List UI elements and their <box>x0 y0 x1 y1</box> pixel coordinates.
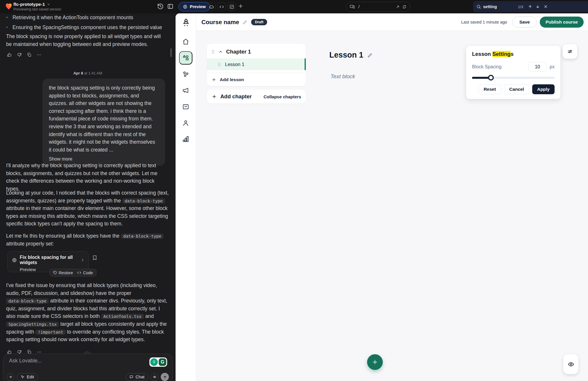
find-previous-button[interactable] <box>528 4 532 9</box>
toggle-panel-button[interactable] <box>167 3 174 10</box>
find-next-button[interactable] <box>535 4 540 9</box>
message-timestamp: Apr 8 at 1:41 AM <box>0 71 176 75</box>
lesson-settings-panel: Lesson Settings Block Spacing px Reset C… <box>466 46 560 99</box>
settings-buttons-row: Reset Cancel Apply <box>472 84 555 94</box>
lesson-title: Lesson 1 <box>329 51 363 60</box>
chat-mode-button[interactable]: Chat <box>126 373 148 381</box>
inline-code: data-block-type <box>121 234 164 239</box>
app-sidebar-nav <box>176 13 196 381</box>
preview-mode-button[interactable] <box>563 354 578 374</box>
thumbs-down-button[interactable] <box>17 52 22 57</box>
sidebar-item-community[interactable] <box>182 70 190 78</box>
ellipsis-icon <box>37 52 42 57</box>
collapse-chapters-button[interactable]: Collapse chapters <box>264 94 301 99</box>
sidebar-item-marketing[interactable] <box>182 87 190 94</box>
sidebar-item-analytics[interactable] <box>182 135 190 143</box>
app-preview-frame: Course name Draft Last saved 1 minute ag… <box>176 13 588 381</box>
more-options-button[interactable] <box>37 52 42 57</box>
project-name-menu[interactable]: flc-prototype-1 <box>13 2 50 7</box>
chapter-actions-card: Add chapter Collapse chapters <box>207 90 306 104</box>
bar-chart-icon <box>182 135 190 143</box>
url-bar[interactable]: / <box>346 2 410 12</box>
globe-icon <box>183 4 187 9</box>
assistant-paragraph: I'll analyze why the block spacing setti… <box>6 162 169 193</box>
apply-button[interactable]: Apply <box>532 84 555 94</box>
bookmark-button[interactable] <box>92 255 98 261</box>
user-message-bubble: the block spacing setting is only correc… <box>42 79 165 166</box>
add-block-fab[interactable] <box>367 354 383 370</box>
paragraph-text: and <box>145 313 154 319</box>
url-path-text[interactable]: / <box>358 4 360 9</box>
pencil-icon <box>367 52 373 58</box>
bullet-text: Retrieving it when the ActionTools compo… <box>12 14 133 22</box>
line-chart-icon <box>229 4 234 9</box>
thumbs-up-button[interactable] <box>7 52 12 57</box>
deploy-button[interactable] <box>207 2 216 11</box>
attach-button[interactable] <box>7 373 15 381</box>
project-status-text: Previewing last saved version <box>13 7 61 11</box>
message-feedback-row <box>7 52 42 57</box>
settings-panel-title: Lesson Settings <box>472 51 555 57</box>
close-icon <box>544 4 548 9</box>
block-spacing-slider[interactable] <box>472 75 555 81</box>
block-spacing-input[interactable] <box>528 62 546 72</box>
sidebar-item-content-active[interactable] <box>179 51 192 65</box>
voice-input-button[interactable] <box>151 373 158 381</box>
settings-toggle-button[interactable] <box>563 44 577 59</box>
publish-course-button[interactable]: Publish course <box>540 17 584 28</box>
plus-icon <box>372 359 378 365</box>
lesson-list-item-selected[interactable]: Lesson 1 <box>207 58 306 70</box>
drag-handle-icon[interactable] <box>211 49 215 54</box>
new-tab-button[interactable] <box>238 3 244 9</box>
pencil-icon <box>242 19 248 25</box>
view-code-button[interactable]: Code <box>77 270 93 275</box>
inline-code: SpacingSettings.tsx <box>6 322 59 327</box>
grammarly-widget: G <box>149 357 167 367</box>
history-button[interactable] <box>157 3 164 10</box>
drag-handle-icon[interactable] <box>217 62 221 67</box>
preview-tab-button[interactable]: Preview <box>178 2 210 11</box>
chat-scrollbar-thumb[interactable] <box>170 48 172 57</box>
close-find-button[interactable] <box>544 4 548 9</box>
analytics-button[interactable] <box>227 2 236 11</box>
sidebar-item-profile[interactable] <box>182 119 190 127</box>
chapter-title: Chapter 1 <box>226 49 251 55</box>
device-toggle-icon[interactable] <box>350 4 355 9</box>
cancel-button[interactable]: Cancel <box>504 84 529 94</box>
chevron-up-icon <box>218 49 223 54</box>
grammarly-suggestion-icon[interactable] <box>150 358 158 366</box>
restore-button[interactable]: Restore <box>53 270 73 275</box>
edit-lesson-title-button[interactable] <box>367 52 373 58</box>
save-button[interactable]: Save <box>512 17 537 28</box>
sidebar-item-inbox[interactable] <box>182 103 190 111</box>
thumbs-down-icon <box>17 52 22 57</box>
edit-course-name-button[interactable] <box>242 19 248 25</box>
find-input[interactable] <box>483 3 512 10</box>
chat-message-input[interactable] <box>9 358 102 364</box>
open-external-button[interactable] <box>396 5 400 9</box>
assistant-paragraph: Let me fix this by ensuring all block ty… <box>6 232 169 248</box>
waveform-icon <box>153 375 157 379</box>
plus-icon <box>212 94 217 99</box>
text-block-placeholder[interactable]: Text block <box>330 73 355 80</box>
sliders-icon <box>567 49 573 54</box>
chapter-header-row: Chapter 1 <box>207 47 306 57</box>
add-chapter-button[interactable]: Add chapter <box>212 93 252 100</box>
sidebar-item-home[interactable] <box>182 38 190 45</box>
code-view-button[interactable] <box>217 2 226 11</box>
circles-icon <box>182 70 190 78</box>
collapse-chapter-button[interactable] <box>218 49 223 54</box>
edit-mode-button[interactable]: Edit <box>17 373 38 381</box>
assistant-bullet-list: • Retrieving it when the ActionTools com… <box>6 14 169 33</box>
reset-button[interactable]: Reset <box>478 84 501 94</box>
send-button[interactable] <box>161 373 169 381</box>
slider-thumb[interactable] <box>488 75 494 81</box>
grammarly-logo-icon[interactable]: G <box>159 358 166 366</box>
search-highlight: Setting <box>492 51 511 57</box>
status-badge: Draft <box>251 19 267 25</box>
assistant-paragraph: The block spacing is now properly applie… <box>6 33 168 48</box>
show-more-button[interactable]: Show more <box>49 156 72 162</box>
add-lesson-button[interactable]: Add lesson <box>207 73 306 86</box>
refresh-button[interactable] <box>402 5 407 9</box>
copy-button[interactable] <box>27 52 32 57</box>
